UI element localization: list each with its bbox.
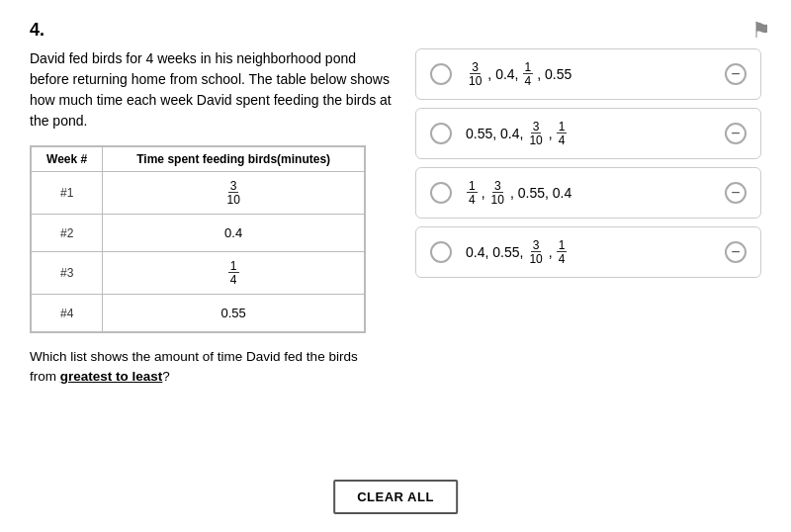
main-content: David fed birds for 4 weeks in his neigh… (30, 48, 761, 388)
table-row: #3 1 4 (32, 252, 365, 295)
radio-d[interactable] (430, 241, 452, 263)
question-bottom-end: ? (162, 369, 170, 384)
answer-options: 310 , 0.4, 14 , 0.55 − 0.55, 0.4, 310 , … (415, 48, 761, 388)
radio-b[interactable] (430, 123, 452, 144)
week-2: #2 (32, 215, 103, 252)
week-4: #4 (32, 295, 103, 332)
question-bottom: Which list shows the amount of time Davi… (30, 347, 366, 388)
question-text: David fed birds for 4 weeks in his neigh… (30, 48, 396, 132)
radio-a[interactable] (430, 63, 452, 85)
question-bottom-bold: greatest to least (60, 369, 163, 384)
radio-c[interactable] (430, 182, 452, 204)
table-row: #2 0.4 (32, 215, 365, 252)
table-row: #4 0.55 (32, 295, 365, 332)
value-1: 3 10 (103, 172, 365, 215)
data-table: Week # Time spent feeding birds(minutes)… (30, 145, 366, 333)
value-2: 0.4 (103, 215, 365, 252)
option-b-content: 0.55, 0.4, 310 , 14 (466, 121, 711, 146)
week-3: #3 (32, 252, 103, 295)
option-b[interactable]: 0.55, 0.4, 310 , 14 − (415, 108, 761, 159)
option-a-content: 310 , 0.4, 14 , 0.55 (466, 61, 711, 87)
clear-all-button[interactable]: CLEAR ALL (333, 480, 458, 514)
value-4: 0.55 (103, 295, 365, 332)
eliminate-b[interactable]: − (725, 123, 747, 144)
fraction-3-10: 3 10 (224, 180, 241, 206)
option-d-content: 0.4, 0.55, 310 , 14 (466, 239, 711, 265)
option-c-content: 14 , 310 , 0.55, 0.4 (466, 180, 711, 206)
page: ⚑ 4. David fed birds for 4 weeks in his … (0, 0, 791, 532)
fraction-1-4: 1 4 (228, 260, 239, 286)
value-3: 1 4 (103, 252, 365, 295)
eliminate-c[interactable]: − (725, 182, 747, 204)
eliminate-a[interactable]: − (725, 63, 747, 85)
left-section: David fed birds for 4 weeks in his neigh… (30, 48, 396, 388)
table-row: #1 3 10 (32, 172, 365, 215)
flag-icon[interactable]: ⚑ (751, 18, 771, 44)
option-c[interactable]: 14 , 310 , 0.55, 0.4 − (415, 167, 761, 219)
col2-header: Time spent feeding birds(minutes) (103, 147, 365, 172)
option-d[interactable]: 0.4, 0.55, 310 , 14 − (415, 226, 761, 278)
week-1: #1 (32, 172, 103, 215)
col1-header: Week # (32, 147, 103, 172)
question-number: 4. (30, 20, 761, 41)
option-a[interactable]: 310 , 0.4, 14 , 0.55 − (415, 48, 761, 100)
eliminate-d[interactable]: − (725, 241, 747, 263)
